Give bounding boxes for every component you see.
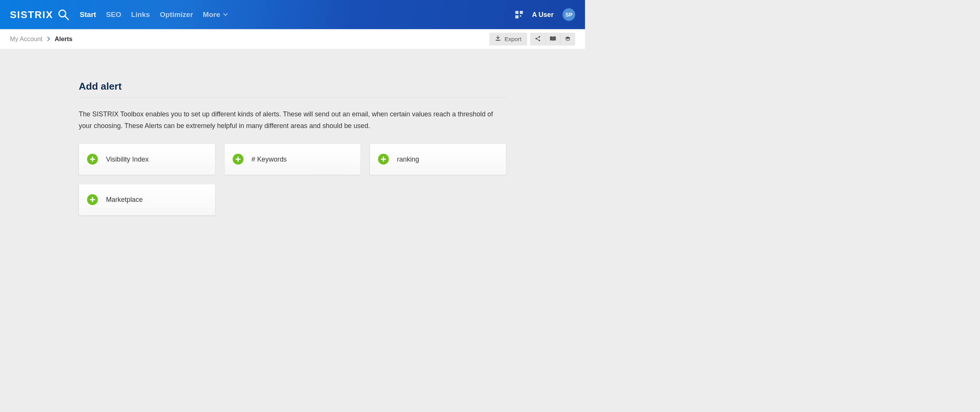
alert-card-label: ranking [397, 155, 419, 163]
alert-card-visibility-index[interactable]: Visibility Index [79, 144, 215, 175]
chevron-down-icon [223, 13, 228, 16]
graduate-icon [565, 36, 571, 42]
svg-line-1 [65, 16, 68, 20]
alert-card-label: Visibility Index [106, 155, 148, 163]
brand-logo[interactable]: SISTRIX [10, 8, 70, 21]
avatar[interactable]: SP [563, 8, 575, 21]
nav-label: More [203, 11, 220, 19]
book-icon [550, 36, 556, 42]
alert-card-label: Marketplace [106, 196, 143, 203]
plus-icon [232, 154, 243, 165]
nav-label: Links [131, 11, 150, 19]
svg-rect-6 [496, 40, 500, 41]
nav-seo[interactable]: SEO [106, 11, 121, 19]
subbar-actions: Export [489, 33, 575, 45]
svg-rect-3 [520, 11, 523, 14]
subbar: My Account Alerts Export [0, 29, 585, 49]
svg-rect-4 [515, 16, 518, 19]
svg-rect-2 [515, 11, 518, 14]
alert-card-ranking[interactable]: ranking [370, 144, 506, 175]
page-title: Add alert [79, 81, 506, 97]
chevron-right-icon [47, 35, 50, 43]
topbar: SISTRIX Start SEO Links Optimizer More [0, 0, 585, 29]
alert-card-marketplace[interactable]: Marketplace [79, 184, 215, 216]
svg-rect-5 [520, 16, 521, 17]
plus-icon [378, 154, 389, 165]
breadcrumb: My Account Alerts [10, 35, 72, 43]
alert-card-label: # Keywords [251, 155, 287, 163]
apps-grid-icon[interactable] [515, 11, 523, 19]
profile-button[interactable] [560, 33, 575, 45]
download-icon [495, 35, 501, 43]
title-divider [79, 97, 506, 98]
alert-card-keywords[interactable]: # Keywords [224, 144, 361, 175]
export-label: Export [504, 35, 521, 43]
main-nav: Start SEO Links Optimizer More [80, 11, 228, 19]
share-button[interactable] [530, 33, 545, 45]
user-name[interactable]: A User [532, 11, 554, 19]
nav-links[interactable]: Links [131, 11, 150, 19]
brand-name: SISTRIX [10, 9, 53, 21]
alert-type-grid: Visibility Index # Keywords ranking Mark… [79, 144, 506, 216]
svg-line-11 [537, 39, 539, 40]
nav-label: Start [80, 11, 96, 19]
magnifier-icon [57, 8, 70, 21]
avatar-initials: SP [565, 11, 573, 18]
nav-start[interactable]: Start [80, 11, 96, 19]
page-description: The SISTRIX Toolbox enables you to set u… [79, 108, 506, 132]
action-icon-group [530, 33, 575, 45]
topbar-right: A User SP [515, 8, 575, 21]
export-button[interactable]: Export [489, 33, 527, 45]
main-content: Add alert The SISTRIX Toolbox enables yo… [79, 49, 506, 216]
plus-icon [87, 194, 98, 205]
docs-button[interactable] [546, 33, 560, 45]
nav-label: Optimizer [160, 11, 193, 19]
plus-icon [87, 154, 98, 165]
nav-label: SEO [106, 11, 121, 19]
nav-more[interactable]: More [203, 11, 228, 19]
share-icon [535, 36, 541, 43]
svg-line-10 [537, 37, 539, 38]
breadcrumb-current: Alerts [55, 35, 72, 43]
breadcrumb-root[interactable]: My Account [10, 35, 42, 43]
nav-optimizer[interactable]: Optimizer [160, 11, 193, 19]
